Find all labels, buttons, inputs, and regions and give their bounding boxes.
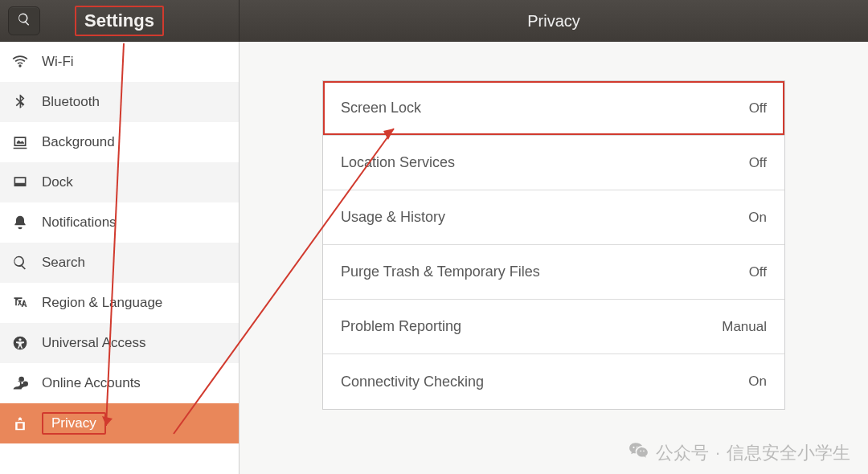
privacy-row-location-services[interactable]: Location Services Off <box>323 136 784 190</box>
wifi-icon <box>11 53 29 71</box>
privacy-row-value: Off <box>749 155 767 171</box>
sidebar-item-search[interactable]: Search <box>0 243 239 283</box>
sidebar-item-label: Dock <box>42 174 73 190</box>
privacy-row-usage-history[interactable]: Usage & History On <box>323 190 784 245</box>
header-page-title: Privacy <box>240 0 868 42</box>
sidebar-item-bluetooth[interactable]: Bluetooth <box>0 82 239 122</box>
privacy-row-problem-reporting[interactable]: Problem Reporting Manual <box>323 300 784 354</box>
sidebar-item-label: Region & Language <box>42 295 162 311</box>
header-sidebar-title: Settings <box>40 6 199 36</box>
sidebar-item-notifications[interactable]: Notifications <box>0 202 239 243</box>
sidebar-item-wifi[interactable]: Wi-Fi <box>0 42 239 82</box>
app-body: Wi-Fi Bluetooth Background Dock Notifica <box>0 42 868 474</box>
privacy-row-label: Purge Trash & Temporary Files <box>341 264 540 280</box>
sidebar-item-region-language[interactable]: Region & Language <box>0 283 239 323</box>
privacy-row-screen-lock[interactable]: Screen Lock Off <box>323 81 784 136</box>
privacy-icon <box>11 415 29 432</box>
sidebar-item-label: Notifications <box>42 215 117 231</box>
content-pane: Screen Lock Off Location Services Off Us… <box>240 42 868 474</box>
search-icon <box>17 12 31 30</box>
online-accounts-icon <box>11 374 29 392</box>
sidebar: Wi-Fi Bluetooth Background Dock Notifica <box>0 42 240 474</box>
privacy-row-value: On <box>748 210 767 226</box>
privacy-row-value: On <box>748 374 767 390</box>
privacy-row-purge-trash[interactable]: Purge Trash & Temporary Files Off <box>323 245 784 300</box>
privacy-row-label: Screen Lock <box>341 100 421 116</box>
sidebar-item-background[interactable]: Background <box>0 122 239 162</box>
region-language-icon <box>11 294 29 312</box>
page-title: Privacy <box>527 12 580 31</box>
privacy-row-label: Problem Reporting <box>341 318 461 335</box>
privacy-row-value: Off <box>749 264 767 280</box>
sidebar-item-label: Universal Access <box>42 335 145 351</box>
bell-icon <box>11 214 29 231</box>
sidebar-item-dock[interactable]: Dock <box>0 162 239 202</box>
sidebar-item-label: Search <box>42 255 85 271</box>
sidebar-item-online-accounts[interactable]: Online Accounts <box>0 363 239 403</box>
header-sidebar-title-text: Settings <box>75 6 164 36</box>
sidebar-item-privacy[interactable]: Privacy <box>0 403 239 443</box>
background-icon <box>11 133 29 151</box>
sidebar-item-universal-access[interactable]: Universal Access <box>0 323 239 363</box>
sidebar-item-label: Bluetooth <box>42 94 100 110</box>
privacy-row-value: Manual <box>722 319 767 335</box>
privacy-row-value: Off <box>749 100 767 116</box>
bluetooth-icon <box>11 93 29 111</box>
privacy-row-connectivity-checking[interactable]: Connectivity Checking On <box>323 354 784 409</box>
search-icon <box>11 254 29 272</box>
sidebar-item-label: Background <box>42 134 115 150</box>
privacy-list: Screen Lock Off Location Services Off Us… <box>322 80 785 410</box>
universal-access-icon <box>11 334 29 352</box>
privacy-row-label: Connectivity Checking <box>341 374 484 390</box>
sidebar-item-label: Privacy <box>42 412 106 435</box>
privacy-row-label: Location Services <box>341 154 455 171</box>
privacy-row-label: Usage & History <box>341 209 445 226</box>
header-bar: Settings Privacy <box>0 0 868 42</box>
search-button[interactable] <box>8 6 40 35</box>
header-left: Settings <box>0 0 240 42</box>
dock-icon <box>11 174 29 191</box>
sidebar-item-label: Online Accounts <box>42 375 141 391</box>
sidebar-item-label: Wi-Fi <box>42 54 74 70</box>
